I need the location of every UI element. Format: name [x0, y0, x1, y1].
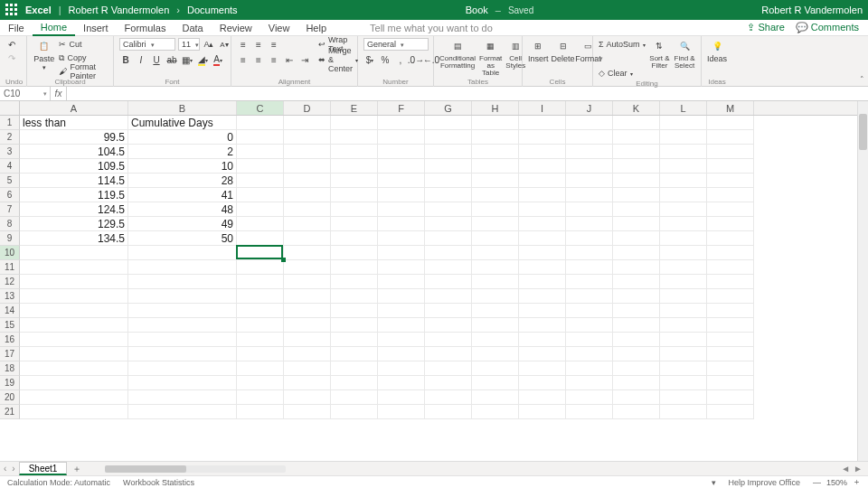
cell-C10[interactable]	[237, 246, 284, 260]
cell-H3[interactable]	[472, 145, 519, 159]
cell-L8[interactable]	[660, 217, 707, 231]
add-sheet-button[interactable]: ＋	[67, 462, 87, 475]
cell-G4[interactable]	[425, 159, 472, 174]
cell-C4[interactable]	[237, 159, 284, 174]
cell-A6[interactable]: 119.5	[20, 188, 128, 202]
row-header-8[interactable]: 8	[0, 217, 20, 231]
cell-F6[interactable]	[378, 188, 425, 202]
row-header-6[interactable]: 6	[0, 188, 20, 202]
cell-K20[interactable]	[613, 390, 660, 405]
cell-D2[interactable]	[284, 130, 331, 145]
cell-H2[interactable]	[472, 130, 519, 145]
cell-G17[interactable]	[425, 347, 472, 361]
cell-J12[interactable]	[566, 275, 613, 289]
italic-button[interactable]: I	[135, 53, 147, 66]
bold-button[interactable]: B	[119, 53, 132, 66]
cell-C21[interactable]	[237, 405, 284, 419]
cell-G6[interactable]	[425, 188, 472, 202]
cell-F7[interactable]	[378, 202, 425, 217]
cell-B11[interactable]	[128, 260, 237, 275]
cell-I2[interactable]	[519, 130, 566, 145]
formula-input[interactable]	[67, 87, 868, 100]
cell-M15[interactable]	[707, 318, 754, 333]
cell-C2[interactable]	[237, 130, 284, 145]
cell-A21[interactable]	[20, 405, 128, 419]
cell-J19[interactable]	[566, 376, 613, 390]
cell-D6[interactable]	[284, 188, 331, 202]
cell-D14[interactable]	[284, 304, 331, 318]
cell-M12[interactable]	[707, 275, 754, 289]
cell-A4[interactable]: 109.5	[20, 159, 128, 174]
cell-D9[interactable]	[284, 231, 331, 246]
cell-M1[interactable]	[707, 116, 754, 130]
format-painter-button[interactable]: 🖌Format Painter	[59, 65, 108, 78]
cell-M17[interactable]	[707, 347, 754, 361]
name-box[interactable]: C10	[0, 87, 51, 100]
sheet-prev-button[interactable]: ‹	[4, 464, 6, 474]
cell-B15[interactable]	[128, 318, 237, 333]
help-improve-link[interactable]: Help Improve Office	[729, 478, 800, 487]
cell-J18[interactable]	[566, 361, 613, 376]
cell-G8[interactable]	[425, 217, 472, 231]
cell-K1[interactable]	[613, 116, 660, 130]
sheet-scroll-left[interactable]: ◄	[841, 464, 850, 474]
cell-D5[interactable]	[284, 174, 331, 188]
cell-J13[interactable]	[566, 289, 613, 304]
menu-help[interactable]: Help	[297, 20, 335, 36]
cell-H9[interactable]	[472, 231, 519, 246]
cell-E4[interactable]	[331, 159, 378, 174]
cell-I7[interactable]	[519, 202, 566, 217]
cell-K13[interactable]	[613, 289, 660, 304]
cell-C18[interactable]	[237, 361, 284, 376]
inc-decimal-button[interactable]: .0→	[410, 53, 422, 66]
cell-F13[interactable]	[378, 289, 425, 304]
cell-H20[interactable]	[472, 390, 519, 405]
cell-M11[interactable]	[707, 260, 754, 275]
cell-K19[interactable]	[613, 376, 660, 390]
row-header-3[interactable]: 3	[0, 145, 20, 159]
cell-K12[interactable]	[613, 275, 660, 289]
cell-E7[interactable]	[331, 202, 378, 217]
cell-J4[interactable]	[566, 159, 613, 174]
cell-H18[interactable]	[472, 361, 519, 376]
cell-grid[interactable]: 1less thanCumulative Days299.503104.5241…	[0, 116, 857, 419]
cell-L19[interactable]	[660, 376, 707, 390]
cell-G21[interactable]	[425, 405, 472, 419]
cell-C1[interactable]	[237, 116, 284, 130]
cell-F17[interactable]	[378, 347, 425, 361]
cell-F21[interactable]	[378, 405, 425, 419]
cell-H1[interactable]	[472, 116, 519, 130]
cell-L13[interactable]	[660, 289, 707, 304]
sheet-tab-active[interactable]: Sheet1	[19, 462, 68, 475]
number-format-select[interactable]: General	[363, 38, 429, 51]
ideas-button[interactable]: 💡Ideas	[707, 38, 727, 63]
cell-L7[interactable]	[660, 202, 707, 217]
cell-B2[interactable]: 0	[128, 130, 237, 145]
menu-review[interactable]: Review	[212, 20, 260, 36]
display-settings-button[interactable]: ▾	[712, 478, 716, 487]
tell-me-search[interactable]: Tell me what you want to do	[362, 20, 501, 36]
currency-button[interactable]: $▾	[363, 53, 376, 66]
cell-K11[interactable]	[613, 260, 660, 275]
cell-I20[interactable]	[519, 390, 566, 405]
cell-M9[interactable]	[707, 231, 754, 246]
cell-I18[interactable]	[519, 361, 566, 376]
row-header-14[interactable]: 14	[0, 304, 20, 318]
cell-G1[interactable]	[425, 116, 472, 130]
cell-K8[interactable]	[613, 217, 660, 231]
col-header-A[interactable]: A	[20, 101, 128, 115]
cell-H13[interactable]	[472, 289, 519, 304]
insert-cells-button[interactable]: ⊞Insert	[528, 38, 549, 63]
cell-J20[interactable]	[566, 390, 613, 405]
cell-K7[interactable]	[613, 202, 660, 217]
cell-C14[interactable]	[237, 304, 284, 318]
conditional-formatting-button[interactable]: ▤Conditional Formatting	[439, 38, 476, 70]
align-middle-button[interactable]: ≡	[252, 38, 265, 51]
zoom-level[interactable]: 150%	[826, 478, 847, 487]
font-color-button[interactable]: A▾	[212, 53, 224, 66]
cell-E20[interactable]	[331, 390, 378, 405]
row-header-7[interactable]: 7	[0, 202, 20, 217]
cell-M18[interactable]	[707, 361, 754, 376]
share-button[interactable]: ⇪Share	[747, 22, 784, 33]
horizontal-scrollbar[interactable]	[105, 465, 286, 473]
